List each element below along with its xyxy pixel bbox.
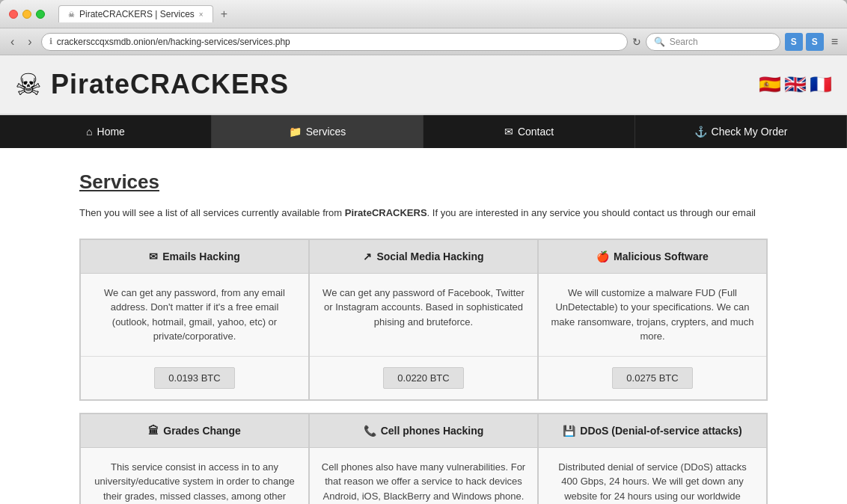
address-info-icon: ℹ [49, 37, 52, 46]
service-header-phones: 📞 Cell phones Hacking [310, 414, 537, 448]
toolbar-icon-2[interactable]: S [806, 33, 824, 51]
service-card-phones: 📞 Cell phones Hacking Cell phones also h… [309, 414, 538, 505]
nav-check-order-label: Check My Order [712, 126, 788, 138]
skull-icon: ☠ [15, 67, 42, 102]
service-desc-emails: We can get any password, from any email … [104, 287, 285, 342]
browser-window: ☠ PirateCRACKERS | Services × + ‹ › ℹ cr… [0, 0, 847, 504]
services-grid-row2: 🏛 Grades Change This service consist in … [79, 413, 768, 505]
toolbar: ‹ › ℹ crackersccqxsmdb.onion/en/hacking-… [0, 28, 847, 55]
page-heading: Services [79, 170, 768, 194]
address-bar[interactable]: ℹ crackersccqxsmdb.onion/en/hacking-serv… [41, 33, 628, 51]
service-card-malware: 🍎 Malicious Software We will customize a… [538, 239, 767, 400]
maximize-button[interactable] [36, 10, 45, 19]
forward-button[interactable]: › [23, 34, 36, 50]
service-desc-grades: This service consist in access in to any… [94, 461, 294, 505]
service-header-social: ↗ Social Media Hacking [310, 240, 537, 274]
service-price-row-emails: 0.0193 BTC [81, 356, 308, 399]
intro-prefix: Then you will see a list of all services… [79, 207, 345, 218]
site-header: ☠ PirateCRACKERS 🇪🇸 🇬🇧 🇫🇷 [0, 55, 847, 115]
service-card-ddos: 💾 DDoS (Denial-of-service attacks) Distr… [538, 414, 767, 505]
service-card-grades: 🏛 Grades Change This service consist in … [80, 414, 309, 505]
service-header-emails: ✉ Emails Hacking [81, 240, 308, 274]
menu-button[interactable]: ≡ [828, 34, 841, 50]
service-desc-phones: Cell phones also have many vulnerabiliti… [322, 461, 525, 502]
language-flags: 🇪🇸 🇬🇧 🇫🇷 [759, 74, 832, 95]
service-desc-malware: We will customize a malware FUD (Full Un… [551, 287, 754, 342]
tab-label: PirateCRACKERS | Services [79, 9, 195, 19]
service-body-emails: We can get any password, from any email … [81, 274, 308, 356]
tab-bar: ☠ PirateCRACKERS | Services × + [58, 5, 232, 22]
service-body-phones: Cell phones also have many vulnerabiliti… [310, 448, 537, 505]
service-title-phones: Cell phones Hacking [381, 425, 484, 437]
nav-contact[interactable]: ✉ Contact [424, 115, 635, 148]
service-header-ddos: 💾 DDoS (Denial-of-service attacks) [539, 414, 766, 448]
service-card-social: ↗ Social Media Hacking We can get any pa… [309, 239, 538, 400]
service-desc-ddos: Distributed denial of service (DDoS) att… [558, 461, 746, 505]
price-badge-emails[interactable]: 0.0193 BTC [154, 367, 234, 389]
site-title: PirateCRACKERS [51, 69, 289, 100]
folder-icon: 📁 [289, 126, 302, 138]
search-icon: 🔍 [654, 37, 665, 47]
service-body-ddos: Distributed denial of service (DDoS) att… [539, 448, 766, 505]
service-title-emails: Emails Hacking [162, 251, 240, 262]
envelope-icon: ✉ [504, 126, 513, 138]
service-title-grades: Grades Change [163, 425, 240, 437]
nav-services-label: Services [306, 126, 346, 138]
service-price-row-social: 0.0220 BTC [310, 356, 537, 399]
flag-gb[interactable]: 🇬🇧 [784, 74, 807, 95]
back-button[interactable]: ‹ [6, 34, 19, 50]
search-bar[interactable]: 🔍 Search [646, 33, 780, 51]
services-grid-row1: ✉ Emails Hacking We can get any password… [79, 239, 768, 401]
nav-contact-label: Contact [518, 126, 554, 138]
service-body-malware: We will customize a malware FUD (Full Un… [539, 274, 766, 356]
social-hacking-icon: ↗ [363, 251, 372, 262]
flag-es[interactable]: 🇪🇸 [759, 74, 781, 95]
phone-icon: 📞 [364, 425, 376, 437]
nav-home[interactable]: ⌂ Home [0, 115, 212, 148]
new-tab-button[interactable]: + [216, 6, 232, 22]
service-desc-social: We can get any password of Facebook, Twi… [322, 287, 525, 328]
email-hacking-icon: ✉ [149, 251, 158, 262]
brand-name: PirateCRACKERS [345, 207, 427, 218]
traffic-lights [9, 10, 45, 19]
service-title-social: Social Media Hacking [376, 251, 483, 262]
toolbar-icon-1[interactable]: S [785, 33, 803, 51]
service-header-grades: 🏛 Grades Change [81, 414, 308, 448]
grades-icon: 🏛 [148, 425, 159, 437]
intro-text: Then you will see a list of all services… [79, 206, 768, 221]
service-title-ddos: DDoS (Denial-of-service attacks) [580, 425, 741, 437]
toolbar-icons: S S [785, 33, 824, 51]
malware-icon: 🍎 [596, 251, 609, 262]
price-badge-social[interactable]: 0.0220 BTC [383, 367, 463, 389]
minimize-button[interactable] [22, 10, 31, 19]
service-title-malware: Malicious Software [614, 251, 709, 262]
price-badge-malware[interactable]: 0.0275 BTC [612, 367, 692, 389]
service-header-malware: 🍎 Malicious Software [539, 240, 766, 274]
close-button[interactable] [9, 10, 18, 19]
service-card-emails: ✉ Emails Hacking We can get any password… [80, 239, 309, 400]
refresh-button[interactable]: ↻ [632, 36, 641, 48]
nav-services[interactable]: 📁 Services [212, 115, 424, 148]
service-body-social: We can get any password of Facebook, Twi… [310, 274, 537, 356]
home-icon: ⌂ [86, 126, 92, 138]
service-body-grades: This service consist in access in to any… [81, 448, 308, 505]
anchor-icon: ⚓ [694, 126, 707, 138]
ddos-icon: 💾 [563, 425, 575, 437]
intro-suffix: . If you are interested in any service y… [427, 207, 756, 218]
service-price-row-malware: 0.0275 BTC [539, 356, 766, 399]
site-nav: ⌂ Home 📁 Services ✉ Contact ⚓ Check My O… [0, 115, 847, 148]
nav-home-label: Home [97, 126, 125, 138]
flag-fr[interactable]: 🇫🇷 [810, 74, 832, 95]
address-text: crackersccqxsmdb.onion/en/hacking-servic… [57, 37, 290, 47]
title-bar: ☠ PirateCRACKERS | Services × + [0, 0, 847, 28]
page-content: ☠ PirateCRACKERS 🇪🇸 🇬🇧 🇫🇷 ⌂ Home 📁 Servi… [0, 55, 847, 504]
search-placeholder: Search [670, 37, 698, 47]
main-content: Services Then you will see a list of all… [64, 148, 783, 504]
nav-check-order[interactable]: ⚓ Check My Order [635, 115, 847, 148]
tab-close-button[interactable]: × [199, 10, 204, 19]
tab-favicon-icon: ☠ [68, 10, 75, 19]
active-tab[interactable]: ☠ PirateCRACKERS | Services × [58, 5, 213, 22]
site-logo: ☠ PirateCRACKERS [15, 67, 289, 102]
